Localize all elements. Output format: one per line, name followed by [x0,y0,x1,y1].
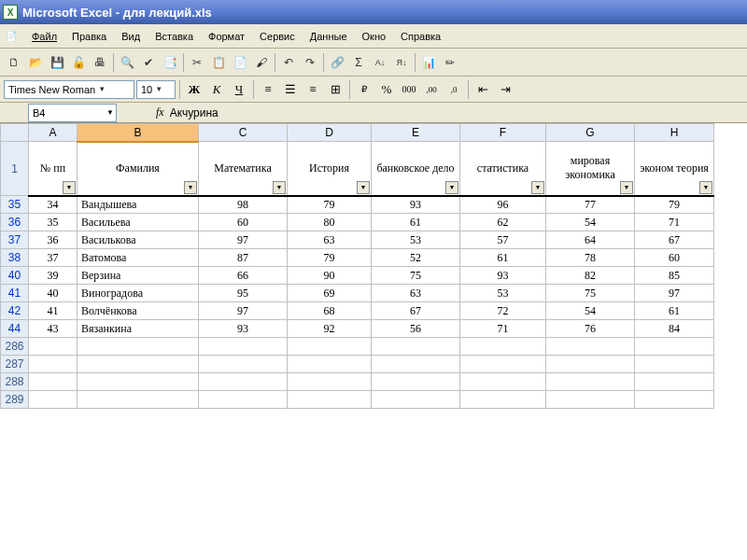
filter-arrow-icon[interactable]: ▼ [357,181,370,194]
cell[interactable]: 39 [29,267,78,285]
cell[interactable]: 63 [372,285,460,302]
cell[interactable] [372,338,460,356]
cell[interactable]: 93 [372,196,460,214]
row-header[interactable]: 40 [1,267,29,285]
cell[interactable] [78,356,199,373]
cell[interactable] [635,356,714,373]
cell[interactable] [460,338,546,356]
cell[interactable] [29,373,78,391]
cell[interactable] [372,356,460,373]
formula-bar-value[interactable]: Акчурина [170,106,218,119]
select-all-corner[interactable] [1,124,29,142]
cell[interactable]: 76 [546,320,635,338]
cell[interactable]: 61 [635,302,714,320]
cell[interactable] [29,338,78,356]
cell[interactable]: 68 [288,302,372,320]
header-cell[interactable]: банковское дело ▼ [372,142,460,196]
row-header[interactable]: 286 [1,338,29,356]
col-header-G[interactable]: G [546,124,635,142]
cell[interactable]: 97 [199,231,288,249]
row-header[interactable]: 289 [1,391,29,409]
cell[interactable]: 41 [29,302,78,320]
menu-file[interactable]: Файл [24,29,64,44]
redo-icon[interactable]: ↷ [300,52,320,73]
cell[interactable]: 78 [546,249,635,267]
cell[interactable]: 43 [29,320,78,338]
cell[interactable] [288,391,372,409]
cell[interactable] [29,356,78,373]
menu-format[interactable]: Формат [201,29,252,44]
align-left-icon[interactable]: ≡ [258,79,278,100]
sort-desc-icon[interactable]: Я↓ [391,52,412,73]
cell[interactable]: 82 [546,267,635,285]
cell[interactable] [199,373,288,391]
cell[interactable] [460,373,546,391]
col-header-B[interactable]: B [78,124,199,142]
menu-window[interactable]: Окно [355,29,394,44]
format-painter-icon[interactable]: 🖌 [251,52,272,73]
menu-edit[interactable]: Правка [64,29,114,44]
cell[interactable]: 57 [460,231,546,249]
cell[interactable]: 67 [372,302,460,320]
col-header-H[interactable]: H [635,124,714,142]
row-header[interactable]: 44 [1,320,29,338]
undo-icon[interactable]: ↶ [278,52,299,73]
header-cell[interactable]: Фамилия ▼ [78,142,199,196]
cell[interactable]: 64 [546,231,635,249]
cell[interactable]: Вязанкина [78,320,199,338]
col-header-E[interactable]: E [372,124,460,142]
header-cell[interactable]: эконом теория ▼ [635,142,714,196]
cell[interactable] [460,356,546,373]
cell[interactable] [78,373,199,391]
cell[interactable] [635,373,714,391]
menu-view[interactable]: Вид [114,29,148,44]
bold-button[interactable]: Ж [184,79,204,100]
cell[interactable]: 40 [29,285,78,302]
cell[interactable]: 72 [460,302,546,320]
worksheet-grid[interactable]: A B C D E F G H 1 № пп ▼ Фамилия ▼ [0,123,747,409]
cell[interactable] [288,373,372,391]
cell[interactable]: 97 [635,285,714,302]
header-cell[interactable]: мировая экономика ▼ [546,142,635,196]
cell[interactable]: Вандышева [78,196,199,214]
menu-help[interactable]: Справка [393,29,448,44]
cell[interactable]: 52 [372,249,460,267]
col-header-A[interactable]: A [29,124,78,142]
cell[interactable] [546,356,635,373]
row-header-1[interactable]: 1 [1,142,29,196]
cell[interactable] [546,373,635,391]
cell[interactable]: 98 [199,196,288,214]
row-header[interactable]: 42 [1,302,29,320]
cell[interactable]: 80 [288,214,372,231]
cell[interactable]: 93 [199,320,288,338]
cell[interactable]: 77 [546,196,635,214]
cell[interactable]: 60 [199,214,288,231]
cell[interactable]: 71 [460,320,546,338]
cell[interactable]: 75 [372,267,460,285]
cell[interactable] [635,338,714,356]
header-cell[interactable]: История ▼ [288,142,372,196]
header-cell[interactable]: статистика ▼ [460,142,546,196]
cell[interactable]: 93 [460,267,546,285]
row-header[interactable]: 38 [1,249,29,267]
cell[interactable]: 56 [372,320,460,338]
cell[interactable]: Василькова [78,231,199,249]
font-size-combo[interactable]: 10 ▼ [136,80,176,99]
cell[interactable]: 75 [546,285,635,302]
paste-icon[interactable]: 📄 [230,52,250,73]
cell[interactable]: 60 [635,249,714,267]
autosum-icon[interactable]: Σ [348,52,369,73]
cell[interactable] [460,391,546,409]
cell[interactable]: 85 [635,267,714,285]
cell[interactable]: 63 [288,231,372,249]
cell[interactable] [288,356,372,373]
cell[interactable] [199,391,288,409]
align-right-icon[interactable]: ≡ [303,79,323,100]
cell[interactable]: 87 [199,249,288,267]
cell[interactable]: Верзина [78,267,199,285]
row-header[interactable]: 36 [1,214,29,231]
header-cell[interactable]: Математика ▼ [199,142,288,196]
cell[interactable]: 36 [29,231,78,249]
cell[interactable]: 95 [199,285,288,302]
cell[interactable] [546,391,635,409]
